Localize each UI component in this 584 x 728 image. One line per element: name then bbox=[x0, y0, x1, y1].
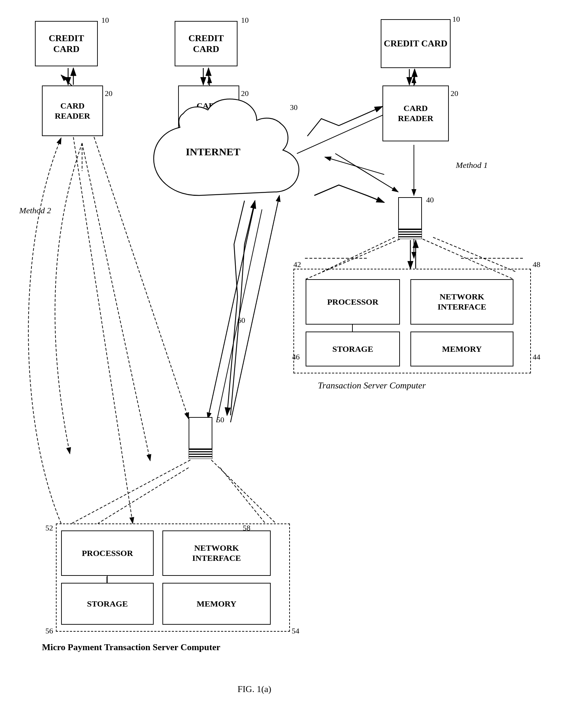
svg-line-26 bbox=[335, 154, 398, 192]
ref-44: 44 bbox=[533, 352, 540, 362]
svg-line-42 bbox=[73, 137, 133, 523]
credit-card-right: CREDIT CARD bbox=[381, 19, 451, 68]
svg-line-17 bbox=[325, 157, 384, 174]
card-reader-right: CARDREADER bbox=[382, 86, 449, 141]
ref-10c: 10 bbox=[452, 15, 460, 24]
ref-54: 54 bbox=[292, 626, 299, 636]
mp-memory: MEMORY bbox=[162, 583, 271, 625]
ref-52: 52 bbox=[45, 523, 53, 533]
svg-line-19 bbox=[220, 468, 265, 523]
credit-card-middle: CREDIT CARD bbox=[175, 21, 238, 66]
svg-line-25 bbox=[335, 154, 398, 192]
ref-60: 60 bbox=[238, 316, 245, 325]
device-50-lines bbox=[189, 448, 212, 459]
ref-48: 48 bbox=[533, 260, 540, 269]
diagram: CREDIT CARD 10 CREDIT CARD 10 CREDIT CAR… bbox=[0, 0, 584, 728]
ref-10a: 10 bbox=[101, 16, 109, 25]
ts-processor: PROCESSOR bbox=[306, 279, 400, 325]
svg-text:INTERNET: INTERNET bbox=[186, 146, 241, 157]
svg-line-40 bbox=[72, 460, 190, 523]
device-40-lines bbox=[398, 229, 422, 239]
fig-label: FIG. 1(a) bbox=[238, 684, 271, 694]
ref-20c: 20 bbox=[451, 89, 458, 98]
mp-storage: STORAGE bbox=[61, 583, 154, 625]
svg-line-18 bbox=[98, 468, 189, 523]
ref-30: 30 bbox=[290, 103, 298, 112]
svg-line-4 bbox=[82, 143, 150, 461]
method2-label: Method 2 bbox=[19, 206, 51, 215]
svg-line-20 bbox=[321, 237, 395, 272]
svg-line-23 bbox=[231, 195, 279, 422]
method1-label: Method 1 bbox=[456, 161, 488, 170]
device-50-body bbox=[189, 417, 212, 450]
ts-memory: MEMORY bbox=[410, 332, 513, 366]
mp-processor: PROCESSOR bbox=[61, 530, 154, 576]
internet-cloud: INTERNET bbox=[143, 98, 328, 209]
mp-network-interface: NETWORKINTERFACE bbox=[162, 530, 271, 576]
micro-payment-label: Micro Payment Transaction Server Compute… bbox=[42, 642, 220, 653]
ref-50: 50 bbox=[217, 415, 224, 424]
ref-20b: 20 bbox=[241, 89, 249, 98]
ref-20a: 20 bbox=[105, 89, 112, 98]
ref-10b: 10 bbox=[241, 16, 249, 25]
ts-storage: STORAGE bbox=[306, 332, 400, 366]
svg-line-21 bbox=[433, 237, 517, 272]
svg-line-14 bbox=[208, 202, 255, 419]
card-reader-left: CARDREADER bbox=[42, 86, 103, 136]
svg-line-15 bbox=[208, 202, 255, 419]
device-40-body bbox=[398, 197, 422, 230]
ref-42: 42 bbox=[293, 260, 301, 269]
ref-56: 56 bbox=[45, 626, 53, 636]
svg-line-41 bbox=[211, 460, 276, 523]
ref-40: 40 bbox=[426, 195, 434, 205]
ref-46: 46 bbox=[292, 352, 300, 362]
transaction-server-label: Transaction Server Computer bbox=[318, 380, 426, 391]
ts-network-interface: NETWORKINTERFACE bbox=[410, 279, 513, 325]
credit-card-left: CREDIT CARD bbox=[35, 21, 98, 66]
svg-line-24 bbox=[231, 195, 279, 422]
mp-vertical-line bbox=[107, 576, 108, 583]
